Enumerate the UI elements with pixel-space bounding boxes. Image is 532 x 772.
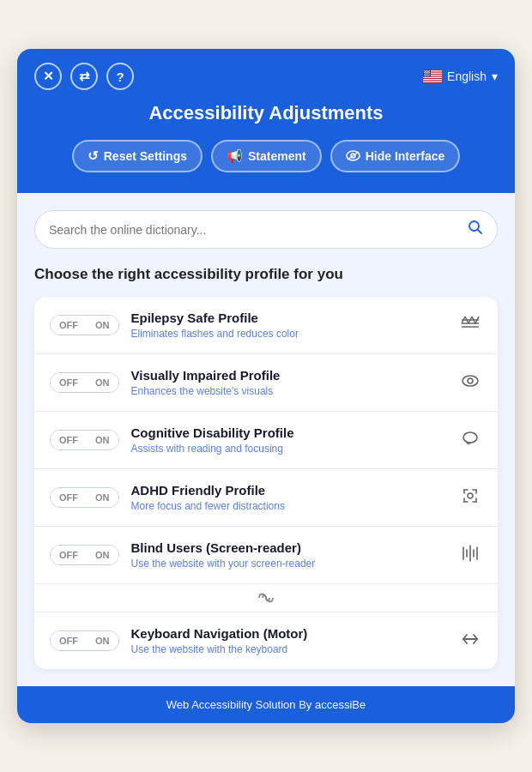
profiles-list: OFF ON Epilepsy Safe Profile Eliminates … bbox=[34, 297, 498, 669]
toggle-on-visually-impaired[interactable]: ON bbox=[87, 373, 118, 392]
profile-info-keyboard: Keyboard Navigation (Motor) Use the webs… bbox=[131, 626, 447, 655]
back-icon: ⇄ bbox=[79, 69, 90, 84]
widget-header: ✕ ⇄ ? bbox=[17, 49, 515, 193]
profile-item-visually-impaired: OFF ON Visually Impaired Profile Enhance… bbox=[34, 354, 498, 412]
toggle-off-adhd[interactable]: OFF bbox=[51, 488, 87, 507]
toggle-off-blind[interactable]: OFF bbox=[51, 546, 87, 564]
search-icon bbox=[468, 220, 483, 239]
toggle-on-adhd[interactable]: ON bbox=[87, 488, 118, 507]
help-button[interactable]: ? bbox=[106, 63, 134, 90]
profile-desc-visually-impaired: Enhances the website's visuals bbox=[131, 385, 447, 397]
toggle-on-blind[interactable]: ON bbox=[87, 546, 118, 564]
svg-point-19 bbox=[426, 72, 427, 73]
help-icon: ? bbox=[116, 69, 124, 84]
svg-point-51 bbox=[468, 493, 473, 498]
chat-bubble-icon bbox=[458, 428, 482, 453]
toggle-visually-impaired[interactable]: OFF ON bbox=[50, 372, 119, 393]
search-bar bbox=[34, 210, 498, 249]
profile-desc-keyboard: Use the website with the keyboard bbox=[131, 643, 447, 655]
reset-settings-button[interactable]: ↺ Reset Settings bbox=[72, 140, 203, 172]
profile-desc-blind: Use the website with your screen-reader bbox=[131, 558, 447, 570]
svg-point-29 bbox=[428, 75, 429, 75]
toggle-on-cognitive[interactable]: ON bbox=[87, 431, 118, 449]
svg-point-8 bbox=[424, 70, 425, 71]
profile-name-visually-impaired: Visually Impaired Profile bbox=[131, 368, 447, 383]
svg-point-26 bbox=[424, 75, 425, 75]
screen-reader-icon bbox=[458, 543, 482, 568]
svg-point-38 bbox=[469, 221, 479, 231]
toggle-on-epilepsy[interactable]: ON bbox=[87, 316, 118, 335]
profile-item-adhd: OFF ON ADHD Friendly Profile More focus … bbox=[34, 469, 498, 527]
profile-name-cognitive: Cognitive Disability Profile bbox=[131, 425, 447, 440]
toggle-off-visually-impaired[interactable]: OFF bbox=[51, 373, 87, 392]
svg-point-17 bbox=[424, 72, 425, 73]
svg-point-10 bbox=[426, 70, 427, 71]
keyboard-nav-icon bbox=[458, 629, 482, 654]
profile-item-epilepsy: OFF ON Epilepsy Safe Profile Eliminates … bbox=[34, 297, 498, 354]
widget-footer: Web Accessibility Solution By accessiBe bbox=[17, 686, 515, 723]
svg-point-32 bbox=[426, 75, 426, 76]
svg-point-33 bbox=[427, 75, 428, 76]
toggle-off-keyboard[interactable]: OFF bbox=[51, 631, 87, 650]
hide-interface-button[interactable]: Hide Interface bbox=[330, 140, 461, 172]
close-button[interactable]: ✕ bbox=[34, 63, 62, 90]
profile-desc-epilepsy: Eliminates flashes and reduces color bbox=[131, 328, 447, 340]
widget-title: Accessibility Adjustments bbox=[34, 102, 498, 124]
chevron-down-icon: ▾ bbox=[492, 69, 498, 83]
svg-point-14 bbox=[426, 71, 426, 72]
language-button[interactable]: English ▾ bbox=[423, 69, 498, 83]
svg-point-25 bbox=[428, 73, 429, 74]
profile-info-blind: Blind Users (Screen-reader) Use the webs… bbox=[131, 540, 447, 570]
link-divider bbox=[34, 584, 498, 612]
svg-point-22 bbox=[425, 73, 426, 74]
svg-point-49 bbox=[468, 378, 473, 383]
svg-point-24 bbox=[427, 73, 428, 74]
svg-point-13 bbox=[425, 71, 426, 72]
hide-interface-label: Hide Interface bbox=[366, 149, 445, 163]
toggle-off-epilepsy[interactable]: OFF bbox=[51, 316, 87, 335]
search-input[interactable] bbox=[49, 223, 468, 237]
header-left-icons: ✕ ⇄ ? bbox=[34, 63, 134, 90]
svg-point-9 bbox=[426, 70, 426, 71]
profile-info-adhd: ADHD Friendly Profile More focus and few… bbox=[131, 483, 447, 512]
accessibility-widget: ✕ ⇄ ? bbox=[17, 49, 515, 723]
svg-rect-4 bbox=[423, 77, 442, 78]
toggle-cognitive[interactable]: OFF ON bbox=[50, 430, 119, 450]
statement-label: Statement bbox=[248, 149, 306, 163]
language-label: English bbox=[447, 69, 487, 83]
header-actions: ↺ Reset Settings 📢 Statement Hide Interf… bbox=[34, 140, 498, 172]
svg-point-16 bbox=[428, 71, 429, 72]
toggle-off-cognitive[interactable]: OFF bbox=[51, 431, 87, 449]
toggle-blind[interactable]: OFF ON bbox=[50, 545, 119, 565]
reset-label: Reset Settings bbox=[104, 149, 187, 163]
back-button[interactable]: ⇄ bbox=[70, 63, 98, 90]
widget-body: Choose the right accessibility profile f… bbox=[17, 193, 515, 686]
close-icon: ✕ bbox=[43, 69, 54, 84]
focus-icon bbox=[458, 486, 482, 510]
profile-item-keyboard: OFF ON Keyboard Navigation (Motor) Use t… bbox=[34, 612, 498, 669]
profile-info-cognitive: Cognitive Disability Profile Assists wit… bbox=[131, 425, 447, 455]
flag-icon bbox=[423, 69, 442, 83]
toggle-epilepsy[interactable]: OFF ON bbox=[50, 315, 119, 335]
toggle-on-keyboard[interactable]: ON bbox=[87, 631, 118, 650]
statement-button[interactable]: 📢 Statement bbox=[211, 140, 322, 172]
svg-point-11 bbox=[428, 70, 429, 71]
svg-point-21 bbox=[429, 72, 430, 73]
toggle-adhd[interactable]: OFF ON bbox=[50, 487, 119, 508]
svg-point-23 bbox=[426, 73, 426, 74]
reset-icon: ↺ bbox=[88, 148, 99, 164]
profile-item-cognitive: OFF ON Cognitive Disability Profile Assi… bbox=[34, 412, 498, 469]
svg-point-27 bbox=[426, 75, 426, 75]
profile-name-adhd: ADHD Friendly Profile bbox=[131, 483, 447, 498]
section-title: Choose the right accessibility profile f… bbox=[34, 266, 498, 283]
profile-name-epilepsy: Epilepsy Safe Profile bbox=[131, 311, 447, 325]
svg-point-30 bbox=[429, 75, 430, 75]
svg-rect-5 bbox=[423, 79, 442, 80]
header-top-bar: ✕ ⇄ ? bbox=[34, 63, 498, 90]
svg-point-34 bbox=[428, 75, 429, 76]
profile-name-keyboard: Keyboard Navigation (Motor) bbox=[131, 626, 447, 641]
epilepsy-icon bbox=[458, 313, 482, 338]
profile-desc-adhd: More focus and fewer distractions bbox=[131, 500, 447, 512]
toggle-keyboard[interactable]: OFF ON bbox=[50, 630, 119, 651]
svg-point-18 bbox=[426, 72, 426, 73]
